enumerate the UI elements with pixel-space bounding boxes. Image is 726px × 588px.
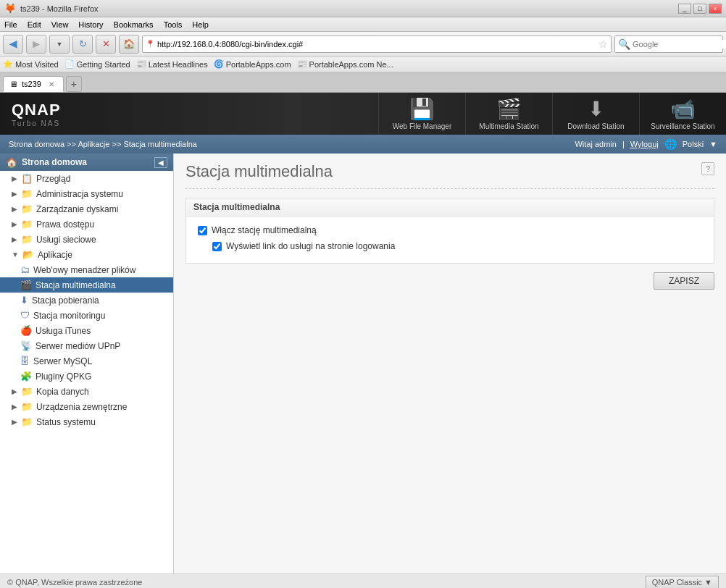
main-layout: 🏠 Strona domowa ◀ ▶ 📋 Przegląd ▶ 📁 Admin… [0,154,726,574]
sidebar-item-kopia[interactable]: ▶ 📁 Kopia danych [0,384,173,399]
sidebar-collapse-button[interactable]: ◀ [154,157,167,168]
refresh-button[interactable]: ↻ [72,35,93,54]
menu-file[interactable]: File [4,20,17,29]
qnap-header: QNAP Turbo NAS 💾 Web File Manager 🎬 Mult… [0,93,726,135]
nav-surveillance-station[interactable]: 📹 Surveillance Station [639,93,726,135]
stop-button[interactable]: ✕ [96,35,116,54]
logout-link[interactable]: Wyloguj [630,140,659,148]
monitoring-icon: 🛡 [20,310,30,321]
folder-icon: 📁 [21,234,33,245]
home-button[interactable]: 🏠 [119,35,139,54]
sidebar-item-qpkg[interactable]: 🧩 Pluginy QPKG [0,369,173,384]
show-link-checkbox[interactable] [212,242,222,251]
sidebar-header: 🏠 Strona domowa ◀ [0,154,173,171]
sidebar-item-urzadzenia[interactable]: ▶ 📁 Urządzenia zewnętrzne [0,399,173,414]
classic-button[interactable]: QNAP Classic ▼ [646,576,719,589]
section-header: Stacja multimedialna [186,198,714,217]
nav-multimedia-station[interactable]: 🎬 Multimedia Station [465,93,552,135]
menu-view[interactable]: View [51,20,69,29]
breadcrumb-right: Witaj admin | Wyloguj 🌐 Polski ▼ [575,138,717,150]
menu-history[interactable]: History [78,20,103,29]
page-title-row: Stacja multimedialna ? [185,162,714,181]
content-area: Stacja multimedialna ? Stacja multimedia… [174,154,726,574]
bookmark-portableapps-ne[interactable]: 📰 PortableApps.com Ne... [297,59,393,69]
show-link-label: Wyświetl link do usługi na stronie logow… [226,241,395,251]
arrow-icon: ▶ [12,190,17,198]
sidebar-item-administracja[interactable]: ▶ 📁 Administracja systemu [0,186,173,201]
sidebar-item-mysql[interactable]: 🗄 Serwer MySQL [0,353,173,369]
action-row: ZAPISZ [185,272,714,290]
sidebar-item-stacja-multimedialna[interactable]: 🎬 Stacja multimedialna [0,277,173,293]
close-button[interactable]: × [709,4,722,14]
breadcrumb-bar: Strona domowa >> Aplikacje >> Stacja mul… [0,135,726,154]
sidebar-item-aplikacje[interactable]: ▼ 📂 Aplikacje [0,247,173,262]
language-label: Polski [683,140,704,148]
arrow-icon: ▶ [12,403,17,411]
sidebar-item-stacja-pobierania[interactable]: ⬇ Stacja pobierania [0,293,173,308]
przeglad-icon: 📋 [21,173,33,184]
maximize-button[interactable]: □ [693,4,706,14]
arrow-icon: ▶ [12,220,17,228]
folder-icon: 📁 [21,188,33,199]
folder-icon: 📁 [21,416,33,427]
tab-ts239[interactable]: 🖥 ts239 ✕ [3,76,64,92]
section-body: Włącz stację multimedialną Wyświetl link… [186,217,714,263]
breadcrumb: Strona domowa >> Aplikacje >> Stacja mul… [9,140,197,148]
sidebar-item-zarzadzanie[interactable]: ▶ 📁 Zarządzanie dyskami [0,201,173,217]
sidebar-item-prawa[interactable]: ▶ 📁 Prawa dostępu [0,217,173,232]
location-icon: 📍 [146,40,154,48]
menu-bookmarks[interactable]: Bookmarks [114,20,154,29]
sidebar-item-status[interactable]: ▶ 📁 Status systemu [0,414,173,429]
upnp-icon: 📡 [20,340,32,351]
mysql-icon: 🗄 [20,356,30,366]
back-button[interactable]: ◀ [3,35,23,54]
arrow-icon: ▶ [12,387,17,395]
bookmark-latest-headlines[interactable]: 📰 Latest Headlines [136,59,208,69]
browser-title-bar: 🦊 ts239 - Mozilla Firefox _ □ × [0,0,726,17]
surveillance-station-icon: 📹 [670,97,696,121]
qpkg-icon: 🧩 [20,371,32,382]
menu-edit[interactable]: Edit [28,20,41,29]
arrow-icon: ▶ [12,205,17,213]
folder-icon: 📁 [21,219,33,230]
address-input[interactable] [157,40,596,49]
forward-button[interactable]: ▶ [26,35,46,54]
bookmark-getting-started[interactable]: 📄 Getting Started [64,59,130,69]
menu-tools[interactable]: Tools [164,20,183,29]
bookmark-portableapps[interactable]: 🌀 PortableApps.com [214,59,291,69]
sidebar-item-przeglad[interactable]: ▶ 📋 Przegląd [0,171,173,186]
nav-web-file-manager[interactable]: 💾 Web File Manager [378,93,465,135]
dropdown-button[interactable]: ▼ [49,35,70,54]
menu-bar: File Edit View History Bookmarks Tools H… [0,17,726,32]
window-controls[interactable]: _ □ × [678,4,722,14]
sidebar-item-uslugi[interactable]: ▶ 📁 Usługi sieciowe [0,232,173,247]
nav-download-station[interactable]: ⬇ Download Station [552,93,639,135]
menu-help[interactable]: Help [192,20,209,29]
help-button[interactable]: ? [701,162,714,175]
sidebar-item-itunes[interactable]: 🍎 Usługa iTunes [0,323,173,338]
search-input[interactable] [633,40,726,49]
bookmark-star-icon[interactable]: ☆ [598,38,608,50]
qnap-logo-sub: Turbo NAS [12,119,61,127]
page-title: Stacja multimedialna [185,162,333,181]
bookmark-most-visited[interactable]: ⭐ Most Visited [3,59,59,69]
portableapps-icon: 🌀 [214,59,224,69]
browser-title: ts239 - Mozilla Firefox [20,4,99,13]
tab-close-button[interactable]: ✕ [49,80,54,88]
page-icon: 📄 [64,59,75,69]
enable-multimedia-checkbox[interactable] [198,226,207,235]
language-dropdown-icon[interactable]: ▼ [709,140,717,148]
arrow-icon: ▶ [12,235,17,243]
sidebar-item-upnp[interactable]: 📡 Serwer mediów UPnP [0,338,173,353]
save-button[interactable]: ZAPISZ [654,272,714,290]
address-bar-wrap: 📍 ☆ [142,35,612,53]
multimedia-icon: 🎬 [20,280,32,290]
new-tab-button[interactable]: + [66,76,82,92]
folder-icon: 📁 [21,401,33,412]
app-footer: © QNAP, Wszelkie prawa zastrzeżone QNAP … [0,574,726,588]
arrow-icon: ▶ [12,418,17,426]
sidebar-item-webowy[interactable]: 🗂 Web'owy menadżer plików [0,262,173,277]
minimize-button[interactable]: _ [678,4,691,14]
sidebar-item-stacja-monitoringu[interactable]: 🛡 Stacja monitoringu [0,308,173,323]
arrow-icon: ▶ [12,175,17,182]
